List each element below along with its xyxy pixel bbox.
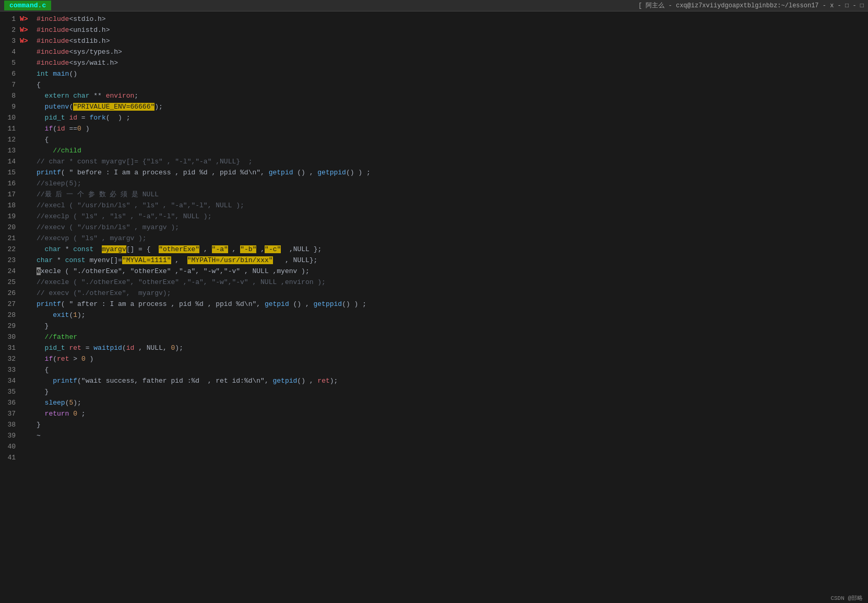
line-number: 10	[2, 112, 16, 123]
code-line: pid_t ret = waitpid(id , NULL, 0);	[37, 342, 868, 353]
line-number: 6	[2, 68, 16, 79]
line-number: 39	[2, 430, 16, 441]
line-number: 22	[2, 244, 16, 255]
code-line: if(id ==0 )	[37, 123, 868, 134]
gutter: W>W>W>	[20, 14, 34, 463]
code-line: execle ( "./otherExe", "otherExe" ,"-a",…	[37, 266, 868, 277]
code-line: #include<stdio.h>	[37, 14, 868, 25]
line-numbers: 1234567891011121314151617181920212223242…	[0, 14, 20, 463]
code-line: {	[37, 364, 868, 375]
code-line: extern char ** environ;	[37, 90, 868, 101]
line-number: 1	[2, 14, 16, 25]
code-area[interactable]: #include<stdio.h>#include<unistd.h>#incl…	[34, 14, 868, 463]
line-number: 9	[2, 101, 16, 112]
line-number: 4	[2, 46, 16, 57]
line-number: 37	[2, 408, 16, 419]
line-number: 25	[2, 277, 16, 288]
editor: 1234567891011121314151617181920212223242…	[0, 11, 868, 463]
line-number: 23	[2, 255, 16, 266]
line-number: 30	[2, 332, 16, 342]
line-number: 3	[2, 36, 16, 46]
code-line: //最 后 一 个 参 数 必 须 是 NULL	[37, 189, 868, 200]
line-number: 13	[2, 145, 16, 156]
gutter-mark: W>	[20, 36, 32, 46]
line-number: 7	[2, 79, 16, 90]
line-number: 35	[2, 386, 16, 397]
code-line: //child	[37, 145, 868, 156]
line-number: 34	[2, 375, 16, 386]
code-line: sleep(5);	[37, 397, 868, 408]
title-bar: command.c [ 阿主么 - cxq@iz7xviiydgoapxtblg…	[0, 0, 868, 11]
code-line: pid_t id = fork( ) ;	[37, 112, 868, 123]
line-number: 33	[2, 364, 16, 375]
line-number: 27	[2, 299, 16, 310]
code-line: #include<unistd.h>	[37, 25, 868, 36]
line-number: 5	[2, 57, 16, 68]
code-line: exit(1);	[37, 310, 868, 321]
code-line: char * const myargv[] = { "otherExe" , "…	[37, 244, 868, 255]
line-number: 31	[2, 342, 16, 353]
code-line: #include<sys/types.h>	[37, 46, 868, 57]
code-line: // char * const myargv[]= {"ls" , "-l","…	[37, 156, 868, 167]
code-line: //execvp ( "ls" , myargv );	[37, 233, 868, 244]
code-line: }	[37, 386, 868, 397]
line-number: 29	[2, 321, 16, 332]
line-number: 12	[2, 134, 16, 145]
code-line: return 0 ;	[37, 408, 868, 419]
code-line: if(ret > 0 )	[37, 353, 868, 364]
line-number: 18	[2, 200, 16, 211]
line-number: 36	[2, 397, 16, 408]
code-line: ~	[37, 430, 868, 441]
line-number: 11	[2, 123, 16, 134]
line-number: 26	[2, 288, 16, 299]
gutter-mark: W>	[20, 25, 32, 36]
line-number: 41	[2, 452, 16, 463]
code-line: putenv("PRIVALUE_ENV=66666");	[37, 101, 868, 112]
line-number: 17	[2, 189, 16, 200]
line-number: 8	[2, 90, 16, 101]
line-number: 16	[2, 178, 16, 189]
code-line: // execv ("./otherExe", myargv);	[37, 288, 868, 299]
code-line: #include<stdlib.h>	[37, 36, 868, 46]
line-number: 19	[2, 211, 16, 222]
code-line: }	[37, 321, 868, 332]
code-line: #include<sys/wait.h>	[37, 57, 868, 68]
bottom-bar: CSDN @部略	[825, 593, 868, 603]
line-number: 40	[2, 441, 16, 452]
code-line: char * const myenv[]="MYVAL=1111" , "MYP…	[37, 255, 868, 266]
code-line: printf( " before : I am a process , pid …	[37, 167, 868, 178]
line-number: 38	[2, 419, 16, 430]
code-line: {	[37, 134, 868, 145]
code-line: }	[37, 419, 868, 430]
code-line: //execle ( "./otherExe", "otherExe" ,"-a…	[37, 277, 868, 288]
line-number: 32	[2, 353, 16, 364]
code-line: //execlp ( "ls" , "ls" , "-a","-l", NULL…	[37, 211, 868, 222]
code-line: //execv ( "/usr/bin/ls" , myargv );	[37, 222, 868, 233]
terminal-title: [ 阿主么 - cxq@iz7xviiydgoapxtblginbbz:~/le…	[638, 1, 864, 10]
code-line: printf( " after : I am a process , pid %…	[37, 299, 868, 310]
code-line: int main()	[37, 68, 868, 79]
line-number: 21	[2, 233, 16, 244]
code-line: //execl ( "/usr/bin/ls" , "ls" , "-a","-…	[37, 200, 868, 211]
code-line: //father	[37, 332, 868, 342]
line-number: 28	[2, 310, 16, 321]
file-tab[interactable]: command.c	[4, 1, 51, 10]
line-number: 24	[2, 266, 16, 277]
code-line: {	[37, 79, 868, 90]
line-number: 15	[2, 167, 16, 178]
line-number: 2	[2, 25, 16, 36]
code-line: //sleep(5);	[37, 178, 868, 189]
code-line: printf("wait success, father pid :%d , r…	[37, 375, 868, 386]
line-number: 14	[2, 156, 16, 167]
line-number: 20	[2, 222, 16, 233]
gutter-mark: W>	[20, 14, 32, 25]
